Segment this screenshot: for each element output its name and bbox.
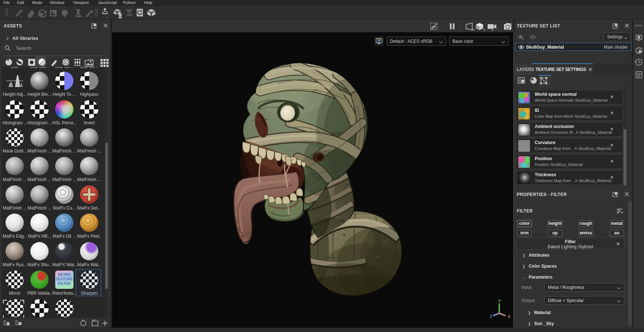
svg-text:Z: Z xyxy=(490,314,492,318)
svg-text:X: X xyxy=(508,314,511,319)
svg-text:Y: Y xyxy=(498,299,501,303)
